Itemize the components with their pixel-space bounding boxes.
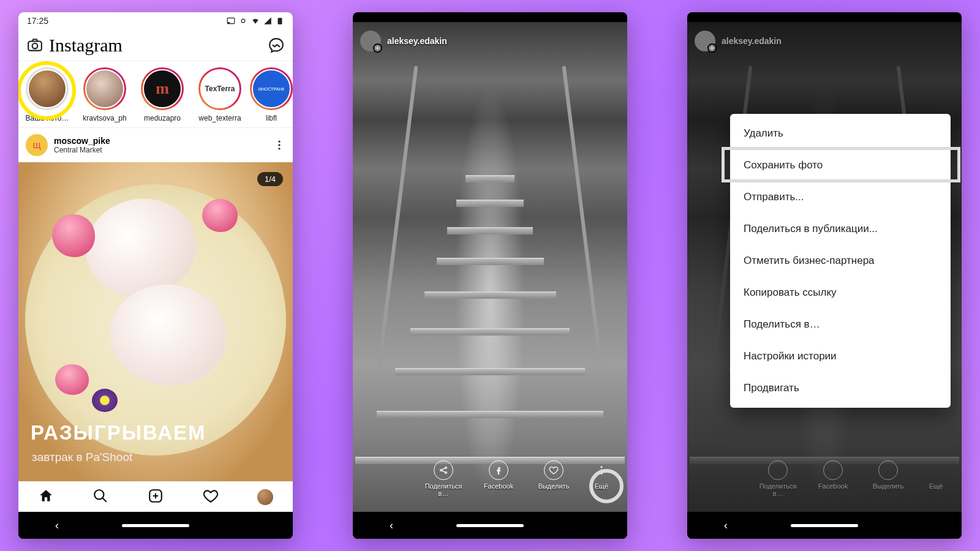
svg-line-17: [442, 468, 445, 470]
menu-item[interactable]: Отправить...: [730, 181, 951, 213]
chromecast-icon: [227, 17, 235, 25]
svg-point-6: [278, 141, 280, 143]
tutorial-highlight-ring: [18, 61, 76, 120]
post-header[interactable]: щ moscow_pike Central Market: [18, 128, 293, 162]
messenger-icon[interactable]: [268, 37, 284, 53]
menu-item[interactable]: Удалить: [730, 118, 951, 149]
nav-activity[interactable]: [203, 488, 219, 506]
stories-tray[interactable]: Ваша исто… kravtsova_ph m meduzapro TexT…: [18, 61, 293, 128]
story-content: + aleksey.edakin Поделиться в… Facebook …: [687, 22, 962, 512]
nav-profile[interactable]: [257, 489, 273, 505]
facebook-icon: [489, 460, 508, 480]
tutorial-highlight-ring: [589, 469, 624, 503]
facebook-button[interactable]: Facebook: [477, 460, 521, 497]
nav-search[interactable]: [92, 488, 108, 506]
story-header: + aleksey.edakin: [695, 31, 954, 51]
svg-point-8: [278, 148, 280, 149]
menu-item[interactable]: Поделиться в публикации...: [730, 213, 951, 245]
nav-add[interactable]: [148, 488, 164, 506]
post-image[interactable]: 1/4 РАЗЫГРЫВАЕМ завтрак в Pa'Shoot: [18, 162, 293, 481]
menu-item[interactable]: Продвигать: [730, 372, 951, 404]
svg-line-10: [103, 498, 107, 502]
svg-point-16: [445, 472, 447, 474]
menu-item[interactable]: Настройки истории: [730, 340, 951, 372]
share-button[interactable]: Поделиться в…: [421, 460, 466, 497]
more-icon[interactable]: [273, 139, 285, 151]
svg-point-14: [440, 470, 442, 471]
context-menu: УдалитьСохранить фотоОтправить...Поделит…: [730, 114, 951, 408]
nav-home[interactable]: [38, 488, 54, 506]
story-label: meduzapro: [135, 114, 190, 122]
story-label: web_texterra: [192, 114, 247, 122]
post-caption-line1: РАЗЫГРЫВАЕМ: [31, 421, 206, 444]
story-avatar[interactable]: +: [360, 31, 381, 51]
svg-rect-3: [278, 18, 282, 24]
story-username: aleksey.edakin: [722, 36, 782, 46]
app-logo: Instagram: [49, 35, 123, 56]
app-header: Instagram: [18, 29, 293, 61]
svg-point-7: [278, 144, 280, 146]
story-item[interactable]: TexTerra web_texterra: [192, 67, 247, 122]
system-home-pill[interactable]: [122, 524, 189, 527]
story-item[interactable]: kravtsova_ph: [77, 67, 132, 122]
screen-story-menu: + aleksey.edakin Поделиться в… Facebook …: [687, 12, 962, 539]
share-button: Поделиться в…: [756, 460, 800, 497]
camera-icon[interactable]: [27, 37, 43, 53]
story-action-bar: Поделиться в… Facebook Выделить Ещё: [687, 460, 962, 497]
add-story-icon: +: [373, 43, 382, 53]
signal-icon: [263, 17, 272, 25]
story-content[interactable]: + aleksey.edakin Поделиться в… Facebook …: [353, 22, 627, 512]
svg-point-2: [241, 19, 245, 23]
battery-icon: [276, 17, 284, 25]
svg-point-5: [32, 43, 38, 48]
story-header: + aleksey.edakin: [360, 31, 620, 51]
story-username[interactable]: aleksey.edakin: [387, 36, 447, 46]
more-button: Ещё: [921, 460, 951, 497]
status-bar: 17:25: [18, 12, 293, 29]
facebook-button: Facebook: [811, 460, 855, 497]
post-caption-line2: завтрак в Pa'Shoot: [32, 451, 132, 464]
brightness-icon: [239, 17, 247, 25]
wifi-icon: [251, 17, 260, 25]
post-username[interactable]: moscow_pike: [54, 136, 273, 146]
post-location[interactable]: Central Market: [54, 146, 273, 154]
status-icons: [227, 17, 284, 25]
system-nav: ‹: [687, 512, 962, 539]
clock: 17:25: [27, 16, 48, 26]
screen-feed: 17:25 Instagram Ваша исто… kravtsova_ph …: [18, 12, 293, 539]
bottom-nav: [18, 481, 293, 512]
story-label: libfl: [250, 114, 293, 122]
carousel-counter: 1/4: [257, 172, 283, 186]
system-back-icon[interactable]: ‹: [55, 519, 59, 532]
highlight-button[interactable]: Выделить: [532, 460, 576, 497]
story-item-own[interactable]: Ваша исто…: [20, 67, 75, 122]
story-item[interactable]: ИНОСТРАНК libfl: [250, 67, 293, 122]
system-nav: ‹: [353, 512, 627, 539]
highlight-button: Выделить: [866, 460, 910, 497]
post-avatar[interactable]: щ: [26, 134, 48, 156]
svg-point-9: [95, 490, 104, 499]
system-home-pill[interactable]: [456, 524, 524, 527]
system-back-icon[interactable]: ‹: [390, 519, 393, 532]
story-item[interactable]: m meduzapro: [135, 67, 190, 122]
menu-item[interactable]: Копировать ссылку: [730, 277, 951, 309]
story-label: kravtsova_ph: [77, 114, 132, 122]
svg-line-18: [442, 471, 445, 473]
share-icon: [434, 460, 453, 480]
menu-item[interactable]: Отметить бизнес-партнера: [730, 245, 951, 277]
system-home-pill[interactable]: [791, 524, 858, 527]
story-avatar: +: [695, 31, 715, 51]
menu-item[interactable]: Сохранить фото: [730, 149, 951, 181]
svg-point-15: [445, 467, 447, 469]
screen-story-view: + aleksey.edakin Поделиться в… Facebook …: [353, 12, 627, 539]
svg-point-1: [228, 22, 229, 23]
menu-item[interactable]: Поделиться в…: [730, 309, 951, 340]
svg-point-19: [601, 466, 603, 468]
system-back-icon[interactable]: ‹: [724, 519, 728, 532]
story-action-bar: Поделиться в… Facebook Выделить Ещё: [353, 460, 627, 497]
system-nav: ‹: [18, 512, 293, 539]
add-story-icon: +: [707, 43, 717, 53]
heart-icon: [544, 460, 564, 480]
